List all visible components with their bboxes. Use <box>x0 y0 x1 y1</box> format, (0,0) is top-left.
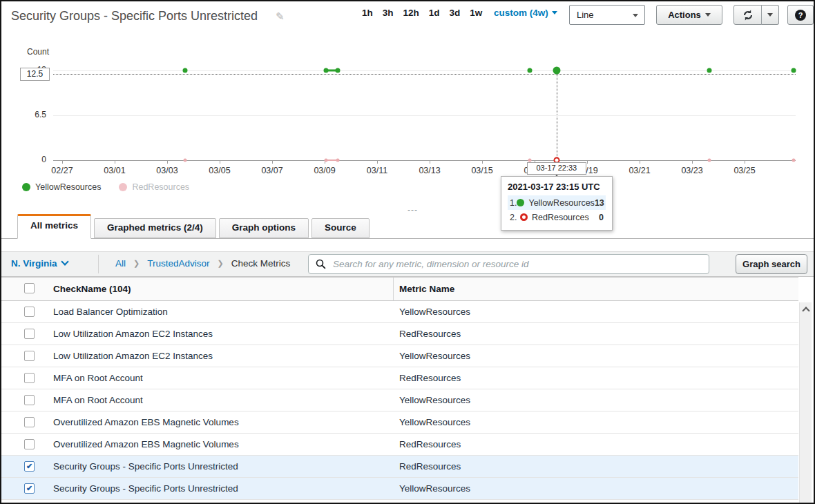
time-range-1d[interactable]: 1d <box>429 8 440 18</box>
table-row[interactable]: Load Balancer Optimization YellowResourc… <box>1 301 798 323</box>
time-range-1w[interactable]: 1w <box>470 8 482 18</box>
row-metricname: RedResources <box>399 461 461 472</box>
row-checkname: Security Groups - Specific Ports Unrestr… <box>53 483 238 494</box>
data-point-redresources <box>792 159 795 162</box>
time-range-1h[interactable]: 1h <box>362 8 373 18</box>
legend-item-yellowresources[interactable]: YellowResources <box>22 182 101 192</box>
chevron-down-icon <box>767 13 773 17</box>
row-metricname: YellowResources <box>399 307 470 317</box>
tooltip-series-value: 0 <box>599 213 604 222</box>
row-checkbox[interactable] <box>24 351 35 361</box>
row-checkbox[interactable]: ✔ <box>24 483 35 494</box>
data-point-yellowresources <box>553 67 560 75</box>
cloudwatch-metrics-page: Security Groups - Specific Ports Unrestr… <box>0 0 815 504</box>
table-row[interactable]: Overutilized Amazon EBS Magnetic Volumes… <box>1 411 798 434</box>
time-range-3d[interactable]: 3d <box>450 8 461 18</box>
table-row[interactable]: MFA on Root Account YellowResources <box>1 389 798 411</box>
row-checkname: Load Balancer Optimization <box>53 307 168 317</box>
data-point-redresources <box>184 159 187 162</box>
legend-label: YellowResources <box>35 182 101 192</box>
refresh-button[interactable] <box>734 5 762 25</box>
toolbar-divider <box>98 255 99 273</box>
time-range-3h[interactable]: 3h <box>383 8 394 18</box>
select-all-checkbox[interactable] <box>24 283 35 293</box>
graph-search-button[interactable]: Graph search <box>736 254 807 274</box>
header: Security Groups - Specific Ports Unrestr… <box>1 1 814 35</box>
tooltip-row-index: 2. <box>510 213 520 222</box>
x-tick-mark <box>167 160 168 164</box>
metrics-line-chart[interactable]: Count 12.5 03-17 22:33 YellowResources R… <box>1 35 815 215</box>
row-checkbox[interactable] <box>24 329 35 339</box>
chart-legend: YellowResources RedResources <box>22 182 189 192</box>
scroll-up-icon[interactable] <box>802 307 809 314</box>
breadcrumb-trustedadvisor[interactable]: TrustedAdvisor <box>147 258 209 269</box>
tooltip-rows: 1. YellowResources 13 2. RedResources 0 <box>508 195 606 224</box>
chevron-down-icon <box>61 258 68 265</box>
custom-range-dropdown[interactable]: custom (4w) <box>494 8 557 18</box>
row-checkbox[interactable] <box>24 417 35 427</box>
x-tick-label: 03/09 <box>303 166 347 175</box>
hover-y-value-box: 12.5 <box>20 68 50 81</box>
column-header-checkname: CheckName (104) <box>53 284 131 294</box>
breadcrumb-all[interactable]: All <box>115 258 126 269</box>
actions-button[interactable]: Actions <box>656 5 722 25</box>
x-tick-mark <box>115 160 115 164</box>
row-checkname: Low Utilization Amazon EC2 Instances <box>53 351 213 361</box>
row-metricname: RedResources <box>399 373 461 383</box>
time-range-12h[interactable]: 12h <box>403 8 419 18</box>
page-title: Security Groups - Specific Ports Unrestr… <box>11 9 258 23</box>
table-row[interactable]: Overutilized Amazon EBS Magnetic Volumes… <box>1 434 798 456</box>
tab-source[interactable]: Source <box>311 218 370 238</box>
data-point-yellowresources <box>528 68 533 73</box>
row-metricname: RedResources <box>399 439 461 449</box>
gridline <box>53 70 796 71</box>
table-body: Load Balancer Optimization YellowResourc… <box>1 301 798 500</box>
x-tick-label: 03/23 <box>670 166 714 175</box>
time-range-links: 1h3h12h1d3d1w <box>362 8 482 18</box>
data-point-redresources <box>528 159 532 162</box>
table-row[interactable]: Low Utilization Amazon EC2 Instances Yel… <box>1 345 798 367</box>
help-icon: ? <box>795 10 806 21</box>
row-checkbox[interactable]: ✔ <box>24 461 35 472</box>
x-tick-label: 02/27 <box>40 166 84 175</box>
row-checkbox[interactable] <box>24 373 35 383</box>
x-tick-mark <box>430 160 430 164</box>
vertical-scrollbar[interactable] <box>799 302 812 503</box>
row-checkbox[interactable] <box>24 395 35 405</box>
x-tick-label: 03/21 <box>617 166 662 175</box>
refresh-options-button[interactable] <box>761 5 779 25</box>
region-selector[interactable]: N. Virginia <box>11 258 68 269</box>
chart-type-select[interactable]: Line <box>569 5 645 25</box>
custom-range-label: custom (4w) <box>494 8 548 18</box>
row-checkbox[interactable] <box>24 307 35 317</box>
x-tick-label: 03/11 <box>355 166 399 175</box>
row-metricname: RedResources <box>399 329 461 339</box>
data-point-yellowresources <box>335 68 340 73</box>
x-tick-mark <box>587 160 588 164</box>
edit-title-pencil-icon[interactable]: ✎ <box>276 10 285 23</box>
hover-x-value-box: 03-17 22:33 <box>527 162 586 175</box>
x-tick-mark <box>745 160 745 164</box>
table-row[interactable]: MFA on Root Account RedResources <box>1 367 798 389</box>
chart-type-value: Line <box>577 10 594 20</box>
row-checkbox[interactable] <box>24 439 35 449</box>
table-row[interactable]: ✔ Security Groups - Specific Ports Unres… <box>1 478 798 500</box>
help-button[interactable]: ? <box>787 5 814 25</box>
row-checkname: Security Groups - Specific Ports Unrestr… <box>53 461 238 472</box>
tooltip-timestamp: 2021-03-17 23:15 UTC <box>508 182 606 192</box>
x-tick-label: 03/07 <box>250 166 294 175</box>
legend-item-redresources[interactable]: RedResources <box>119 182 189 192</box>
tab-all-metrics[interactable]: All metrics <box>17 214 91 239</box>
tabs: All metricsGraphed metrics (2/4)Graph op… <box>1 215 815 239</box>
tab-graph-options[interactable]: Graph options <box>219 218 309 238</box>
hover-horizontal-line <box>53 74 796 75</box>
search-input[interactable] <box>332 258 702 270</box>
refresh-icon <box>742 9 754 21</box>
metrics-toolbar: N. Virginia All❯TrustedAdvisor❯Check Met… <box>1 251 815 277</box>
legend-dot-icon <box>119 183 127 191</box>
table-row[interactable]: ✔ Security Groups - Specific Ports Unres… <box>1 456 798 478</box>
row-checkname: Low Utilization Amazon EC2 Instances <box>53 329 213 339</box>
table-row[interactable]: Low Utilization Amazon EC2 Instances Red… <box>1 323 798 345</box>
row-checkname: MFA on Root Account <box>53 395 143 405</box>
tab-graphed-metrics-2-4[interactable]: Graphed metrics (2/4) <box>94 218 216 238</box>
